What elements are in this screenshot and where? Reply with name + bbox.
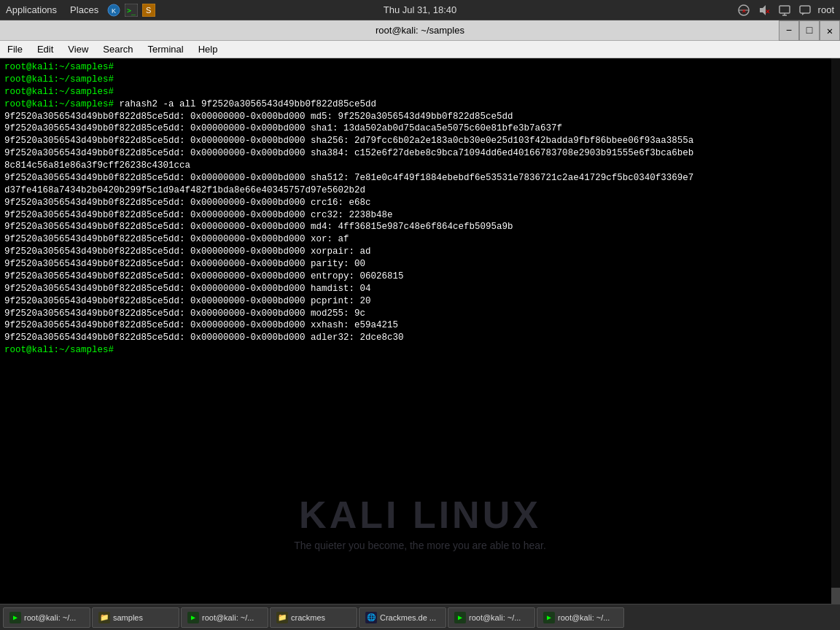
svg-text:✕: ✕: [742, 8, 747, 15]
terminal-title: root@kali: ~/samples: [376, 25, 464, 36]
output-line-3: root@kali:~/samples#: [4, 86, 836, 98]
top-taskbar-left: Applications Places K >_ S: [0, 2, 157, 18]
taskbar-icon-7: ▶: [543, 612, 555, 623]
taskbar-icon-2: 📁: [98, 612, 110, 623]
output-line-sha384-cont: 8c814c56a81e86a3f9cff26238c4301cca: [4, 160, 836, 172]
bottom-taskbar: ▶ root@kali: ~/... 📁 samples ▶ root@kali…: [0, 604, 840, 630]
taskbar-icon-4: 📁: [276, 612, 288, 623]
svg-text:K: K: [112, 7, 116, 15]
clock: Thu Jul 31, 18:40: [384, 4, 456, 15]
terminal-titlebar: root@kali: ~/samples − □ ✕: [0, 20, 840, 41]
taskbar-label-4: crackmes: [291, 613, 325, 622]
taskbar-icon-6: ▶: [454, 612, 466, 623]
menu-applications[interactable]: Applications: [0, 3, 63, 17]
minimize-button[interactable]: −: [779, 20, 799, 41]
svg-text:✕: ✕: [765, 8, 771, 15]
output-line-final-prompt: root@kali:~/samples#: [4, 344, 836, 357]
svg-text:S: S: [146, 6, 151, 15]
stack-icon: S: [141, 2, 157, 18]
output-line-2: root@kali:~/samples#: [4, 74, 836, 86]
output-line-pcprint: 9f2520a3056543d49bb0f822d85ce5dd: 0x0000…: [4, 295, 836, 308]
maximize-button[interactable]: □: [799, 20, 820, 41]
output-line-sha384: 9f2520a3056543d49bb0f822d85ce5dd: 0x0000…: [4, 147, 836, 160]
output-line-mod255: 9f2520a3056543d49bb0f822d85ce5dd: 0x0000…: [4, 308, 836, 320]
taskbar-item-3[interactable]: ▶ root@kali: ~/...: [181, 607, 268, 628]
taskbar-item-7[interactable]: ▶ root@kali: ~/...: [537, 607, 624, 628]
taskbar-label-1: root@kali: ~/...: [24, 613, 76, 622]
menu-search[interactable]: Search: [96, 42, 140, 56]
svg-rect-14: [800, 6, 810, 13]
menu-help[interactable]: Help: [191, 42, 225, 56]
output-line-md4: 9f2520a3056543d49bb0f822d85ce5dd: 0x0000…: [4, 221, 836, 233]
output-line-sha1: 9f2520a3056543d49bb0f822d85ce5dd: 0x0000…: [4, 122, 836, 135]
taskbar-icon-1: ▶: [9, 612, 21, 623]
output-line-crc32: 9f2520a3056543d49bb0f822d85ce5dd: 0x0000…: [4, 209, 836, 222]
output-line-entropy: 9f2520a3056543d49bb0f822d85ce5dd: 0x0000…: [4, 271, 836, 283]
chat-icon: [798, 3, 812, 18]
svg-text:>_: >_: [127, 7, 136, 15]
taskbar-icon-3: ▶: [187, 612, 199, 623]
output-line-xorpair: 9f2520a3056543d49bb0f822d85ce5dd: 0x0000…: [4, 246, 836, 258]
menu-view[interactable]: View: [61, 42, 96, 56]
kali-icon: K: [106, 2, 122, 18]
menu-places[interactable]: Places: [64, 3, 104, 17]
taskbar-item-1[interactable]: ▶ root@kali: ~/...: [3, 607, 90, 628]
output-line-adler32: 9f2520a3056543d49bb0f822d85ce5dd: 0x0000…: [4, 332, 836, 344]
display-icon: [777, 3, 792, 18]
window-controls: − □ ✕: [779, 20, 840, 41]
top-taskbar: Applications Places K >_ S Thu Jul 31, 1…: [0, 0, 840, 20]
top-taskbar-right: ✕ ✕ root: [736, 3, 840, 18]
output-line-parity: 9f2520a3056543d49bb0f822d85ce5dd: 0x0000…: [4, 258, 836, 271]
kali-tagline: The quieter you become, the more you are…: [294, 540, 546, 551]
svg-rect-11: [779, 6, 790, 13]
scrollbar[interactable]: [831, 58, 840, 610]
tray-user: root: [818, 4, 834, 15]
terminal-window: root@kali: ~/samples − □ ✕ File Edit Vie…: [0, 20, 840, 610]
taskbar-label-3: root@kali: ~/...: [202, 613, 254, 622]
menu-terminal[interactable]: Terminal: [141, 42, 191, 56]
network-icon: ✕: [736, 3, 751, 18]
taskbar-icon-5: 🌐: [365, 612, 377, 623]
terminal-output[interactable]: root@kali:~/samples# root@kali:~/samples…: [0, 58, 840, 610]
kali-watermark: KALI LINUX The quieter you become, the m…: [294, 493, 546, 551]
output-line-sha256: 9f2520a3056543d49bb0f822d85ce5dd: 0x0000…: [4, 135, 836, 147]
output-line-sha512-cont: d37fe4168a7434b2b0420b299f5c1d9a4f482f1b…: [4, 184, 836, 197]
taskbar-item-6[interactable]: ▶ root@kali: ~/...: [448, 607, 535, 628]
output-line-xor: 9f2520a3056543d49bb0f822d85ce5dd: 0x0000…: [4, 233, 836, 246]
output-line-md5: 9f2520a3056543d49bb0f822d85ce5dd: 0x0000…: [4, 111, 836, 123]
output-line-crc16: 9f2520a3056543d49bb0f822d85ce5dd: 0x0000…: [4, 197, 836, 209]
close-button[interactable]: ✕: [820, 20, 840, 41]
output-line-hamdist: 9f2520a3056543d49bb0f822d85ce5dd: 0x0000…: [4, 283, 836, 295]
output-line-sha512: 9f2520a3056543d49bb0f822d85ce5dd: 0x0000…: [4, 172, 836, 184]
volume-icon: ✕: [757, 3, 771, 18]
output-line-cmd: root@kali:~/samples# rahash2 -a all 9f25…: [4, 98, 836, 111]
taskbar-label-7: root@kali: ~/...: [558, 613, 610, 622]
kali-logo: KALI LINUX: [294, 493, 546, 537]
terminal-menubar: File Edit View Search Terminal Help: [0, 41, 840, 58]
taskbar-item-5[interactable]: 🌐 Crackmes.de ...: [359, 607, 446, 628]
taskbar-label-5: Crackmes.de ...: [380, 613, 436, 622]
terminal-icon: >_: [123, 2, 139, 18]
taskbar-label-2: samples: [113, 613, 143, 622]
taskbar-item-2[interactable]: 📁 samples: [92, 607, 179, 628]
output-line-1: root@kali:~/samples#: [4, 61, 836, 74]
menu-edit[interactable]: Edit: [30, 42, 61, 56]
taskbar-label-6: root@kali: ~/...: [469, 613, 521, 622]
output-line-xxhash: 9f2520a3056543d49bb0f822d85ce5dd: 0x0000…: [4, 319, 836, 332]
taskbar-item-4[interactable]: 📁 crackmes: [270, 607, 357, 628]
menu-file[interactable]: File: [0, 42, 30, 56]
